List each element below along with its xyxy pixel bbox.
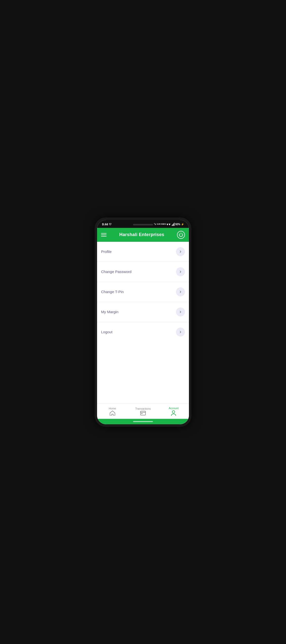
menu-list: Profile Change Password Change T-Pin (97, 242, 189, 404)
app-header: Harshali Enterprises (97, 228, 189, 242)
battery-level: 92% (175, 223, 180, 226)
chevron-right-icon (179, 270, 182, 274)
phone-inner: 9:44 🛡 ʿ▿ 3.00 KB/S ▾▼ 92% (97, 220, 189, 424)
menu-item-my-margin-label: My Margin (101, 310, 118, 314)
nav-account-label: Account (169, 407, 178, 410)
chevron-right-icon (179, 290, 182, 294)
chevron-circle-my-margin (176, 308, 185, 316)
nav-transactions-label: Transactions (135, 407, 151, 410)
menu-item-change-tpin-label: Change T-Pin (101, 290, 124, 294)
app-title: Harshali Enterprises (119, 232, 164, 237)
chevron-right-icon (179, 330, 182, 334)
menu-item-profile-label: Profile (101, 250, 112, 254)
svg-rect-0 (141, 411, 145, 415)
svg-point-3 (172, 411, 175, 413)
notch-pill (133, 224, 153, 226)
status-right: ʿ▿ 3.00 KB/S ▾▼ 92% ⚡ (154, 223, 184, 226)
menu-item-my-margin[interactable]: My Margin (97, 302, 189, 322)
phone-frame: 9:44 🛡 ʿ▿ 3.00 KB/S ▾▼ 92% (95, 218, 191, 427)
status-left: 9:44 🛡 (102, 223, 111, 226)
menu-item-change-tpin[interactable]: Change T-Pin (97, 282, 189, 302)
nav-home-label: Home (109, 407, 116, 410)
menu-item-logout-label: Logout (101, 330, 112, 334)
battery-charging-icon: ⚡ (181, 223, 184, 226)
bottom-bar (97, 419, 189, 424)
nav-item-account[interactable]: Account (158, 407, 189, 416)
bluetooth-icon: ʿ▿ (154, 223, 156, 226)
home-icon (110, 411, 115, 416)
svg-rect-2 (141, 413, 143, 414)
network-speed: 3.00 KB/S (157, 223, 166, 226)
chevron-circle-change-tpin (176, 288, 185, 296)
status-time: 9:44 (102, 223, 108, 226)
chevron-right-icon (179, 250, 182, 254)
transactions-icon (140, 411, 146, 416)
chevron-circle-logout (176, 328, 185, 336)
signal-bars-icon (172, 223, 175, 226)
bottom-indicator (133, 421, 153, 422)
chevron-circle-change-password (176, 267, 185, 276)
menu-item-change-password-label: Change Password (101, 270, 132, 274)
status-bar: 9:44 🛡 ʿ▿ 3.00 KB/S ▾▼ 92% (97, 220, 189, 228)
chevron-right-icon (179, 310, 182, 314)
menu-item-logout[interactable]: Logout (97, 322, 189, 342)
wifi-icon: ▾▼ (167, 223, 171, 226)
menu-item-profile[interactable]: Profile (97, 242, 189, 262)
chevron-circle-profile (176, 247, 185, 256)
bottom-nav: Home Transactions Acco (97, 404, 189, 419)
power-button[interactable] (177, 231, 185, 239)
menu-item-change-password[interactable]: Change Password (97, 262, 189, 282)
nav-item-transactions[interactable]: Transactions (128, 407, 158, 416)
hamburger-menu-button[interactable] (101, 233, 107, 236)
sim-icon: 🛡 (109, 223, 111, 226)
account-icon (171, 410, 176, 416)
nav-item-home[interactable]: Home (97, 407, 128, 416)
